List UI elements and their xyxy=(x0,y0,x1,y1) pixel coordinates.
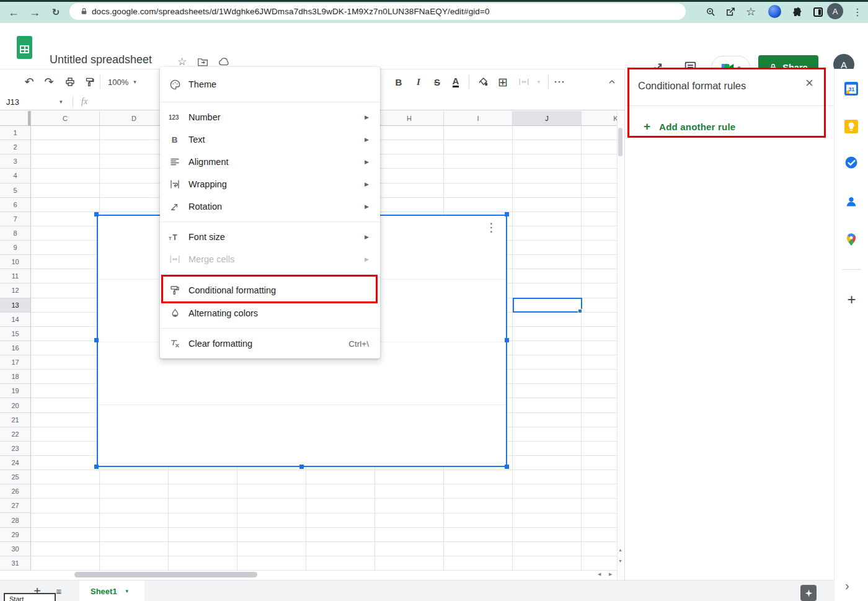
row-header-13[interactable]: 13 xyxy=(0,298,31,313)
row-header-27[interactable]: 27 xyxy=(0,499,31,513)
row-header-3[interactable]: 3 xyxy=(0,154,31,169)
format-menu-item-alternating-colors[interactable]: Alternating colors xyxy=(160,302,380,324)
row-header-31[interactable]: 31 xyxy=(0,556,31,571)
row-header-2[interactable]: 2 xyxy=(0,140,31,154)
row-header-30[interactable]: 30 xyxy=(0,542,31,556)
add-another-rule-button[interactable]: + Add another rule xyxy=(644,120,735,133)
horizontal-scrollbar-thumb[interactable] xyxy=(74,572,257,577)
column-header-D[interactable]: D xyxy=(100,111,169,126)
selection-resize-handle[interactable] xyxy=(505,465,509,469)
row-header-9[interactable]: 9 xyxy=(0,241,31,255)
row-header-24[interactable]: 24 xyxy=(0,456,31,470)
browser-avatar[interactable]: A xyxy=(827,3,843,19)
browser-kebab-menu-icon[interactable]: ⋮ xyxy=(849,4,866,20)
row-header-12[interactable]: 12 xyxy=(0,283,31,298)
row-header-15[interactable]: 15 xyxy=(0,327,31,341)
column-header-I[interactable]: I xyxy=(444,111,513,126)
row-header-16[interactable]: 16 xyxy=(0,341,31,355)
redo-icon[interactable]: ↷ xyxy=(41,74,57,90)
browser-refresh-icon[interactable]: ↻ xyxy=(47,2,64,23)
paint-format-icon[interactable] xyxy=(81,74,97,90)
collapse-toolbar-icon[interactable] xyxy=(604,74,620,90)
row-header-1[interactable]: 1 xyxy=(0,126,31,140)
format-menu-item-conditional-formatting[interactable]: Conditional formatting xyxy=(160,278,380,302)
maps-icon[interactable] xyxy=(844,233,858,246)
row-header-25[interactable]: 25 xyxy=(0,470,31,484)
scroll-down-icon[interactable]: ▼ xyxy=(618,559,622,563)
row-header-20[interactable]: 20 xyxy=(0,398,31,412)
address-bar[interactable]: docs.google.com/spreadsheets/d/1Wdghke6J… xyxy=(69,3,686,20)
text-color-icon[interactable]: A xyxy=(448,74,464,90)
row-header-8[interactable]: 8 xyxy=(0,226,31,241)
format-menu-item-number[interactable]: 123Number▶ xyxy=(160,106,380,128)
row-header-22[interactable]: 22 xyxy=(0,427,31,442)
explore-button[interactable] xyxy=(800,585,817,601)
tab-window-icon[interactable] xyxy=(810,4,826,20)
vertical-scrollbar[interactable] xyxy=(617,111,624,580)
row-header-4[interactable]: 4 xyxy=(0,169,31,183)
tasks-icon[interactable] xyxy=(844,156,858,169)
column-header-J[interactable]: J xyxy=(513,111,582,126)
bookmark-star-icon[interactable]: ☆ xyxy=(743,4,759,20)
extensions-puzzle-icon[interactable] xyxy=(789,4,805,20)
share-page-icon[interactable] xyxy=(722,4,738,20)
strikethrough-icon[interactable]: S xyxy=(429,74,445,90)
merge-cells-toolbar-icon[interactable] xyxy=(516,74,532,90)
format-menu-item-font-size[interactable]: TTFont size▶ xyxy=(160,226,380,248)
print-icon[interactable] xyxy=(62,74,78,90)
get-addons-plus-icon[interactable]: + xyxy=(835,291,868,308)
row-header-11[interactable]: 11 xyxy=(0,269,31,283)
row-header-14[interactable]: 14 xyxy=(0,313,31,327)
panel-close-icon[interactable]: × xyxy=(805,75,813,91)
row-header-23[interactable]: 23 xyxy=(0,442,31,456)
selection-resize-handle[interactable] xyxy=(94,338,99,342)
browser-forward-icon[interactable]: → xyxy=(26,2,43,23)
row-header-5[interactable]: 5 xyxy=(0,184,31,198)
column-header-H[interactable]: H xyxy=(375,111,444,126)
format-menu-item-alignment[interactable]: Alignment▶ xyxy=(160,151,380,173)
row-header-10[interactable]: 10 xyxy=(0,255,31,269)
format-menu-item-rotation[interactable]: Rotation▶ xyxy=(160,195,380,218)
row-header-28[interactable]: 28 xyxy=(0,513,31,527)
row-header-6[interactable]: 6 xyxy=(0,198,31,212)
format-menu-item-text[interactable]: BText▶ xyxy=(160,128,380,151)
zoom-select[interactable]: 100% ▾ xyxy=(104,74,145,90)
column-header-K[interactable]: K xyxy=(582,111,617,126)
italic-icon[interactable]: I xyxy=(410,74,427,90)
vertical-scrollbar-thumb[interactable] xyxy=(618,128,622,156)
scroll-up-icon[interactable]: ▲ xyxy=(618,548,622,552)
star-document-icon[interactable]: ☆ xyxy=(177,55,187,68)
format-menu-item-merge-cells[interactable]: Merge cells▶ xyxy=(160,248,380,270)
row-header-17[interactable]: 17 xyxy=(0,355,31,370)
row-header-19[interactable]: 19 xyxy=(0,384,31,398)
keep-icon[interactable] xyxy=(844,120,858,133)
selection-resize-handle[interactable] xyxy=(505,212,509,216)
move-folder-icon[interactable] xyxy=(197,57,208,67)
sheet-tab-active[interactable]: Sheet1 ▼ xyxy=(79,581,144,601)
undo-icon[interactable]: ↶ xyxy=(21,74,37,90)
select-all-corner[interactable] xyxy=(0,111,31,126)
selection-resize-handle[interactable] xyxy=(94,465,99,469)
more-toolbar-icon[interactable]: ⋯ xyxy=(551,74,567,90)
bold-icon[interactable]: B xyxy=(391,74,407,90)
fill-color-icon[interactable] xyxy=(475,74,491,90)
row-header-21[interactable]: 21 xyxy=(0,413,31,427)
document-title[interactable]: Untitled spreadsheet xyxy=(50,53,152,66)
profile-orb-icon[interactable] xyxy=(768,5,781,18)
cloud-status-icon[interactable] xyxy=(218,57,230,66)
column-header-C[interactable]: C xyxy=(31,111,100,126)
scroll-left-icon[interactable]: ◀ xyxy=(598,572,601,577)
object-options-kebab-icon[interactable]: ⋮ xyxy=(485,221,497,235)
scroll-right-icon[interactable]: ▶ xyxy=(609,572,612,577)
zoom-page-icon[interactable] xyxy=(702,4,719,20)
row-header-26[interactable]: 26 xyxy=(0,484,31,499)
browser-back-icon[interactable]: ← xyxy=(5,2,22,23)
contacts-icon[interactable] xyxy=(844,195,858,208)
selection-resize-handle[interactable] xyxy=(505,338,509,342)
format-menu-item-wrapping[interactable]: Wrapping▶ xyxy=(160,173,380,195)
row-header-29[interactable]: 29 xyxy=(0,528,31,542)
merge-dropdown-arrow[interactable]: ▾ xyxy=(531,74,547,90)
sheets-logo-icon[interactable] xyxy=(17,36,32,59)
borders-icon[interactable]: ⊞ xyxy=(495,74,511,90)
expand-side-panel-chevron-icon[interactable]: › xyxy=(845,579,849,593)
